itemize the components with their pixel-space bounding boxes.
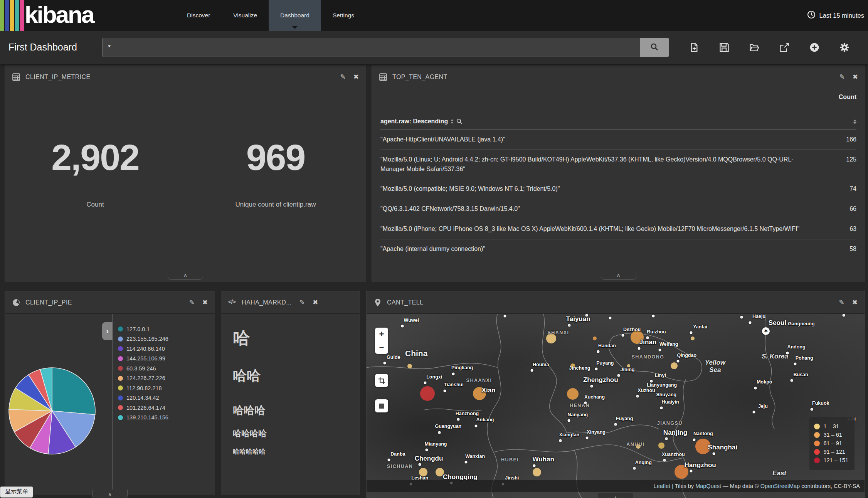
legend-item[interactable]: 112.90.82.218 <box>118 385 215 391</box>
edit-panel-icon[interactable]: ✎ <box>340 73 346 81</box>
map-city-marker <box>465 461 468 464</box>
pie-legend-items: 127.0.0.1223.155.165.246114.240.86.14014… <box>113 314 215 421</box>
collapse-spy-button[interactable]: ∧ <box>601 270 636 280</box>
nav-tab-settings[interactable]: Settings <box>321 0 366 31</box>
map-data-circle <box>567 388 579 400</box>
map-data-circle <box>419 468 427 476</box>
search-button[interactable] <box>640 38 669 57</box>
time-picker-label: Last 15 minutes <box>819 12 864 19</box>
table-row[interactable]: "QQ/6.3.1.402 CFNetwork/758.3.15 Darwin/… <box>380 199 856 219</box>
map-city-marker <box>614 423 617 426</box>
save-dashboard-icon[interactable] <box>719 42 729 52</box>
attribution-link[interactable]: Leaflet <box>654 483 671 489</box>
square-filter-icon[interactable] <box>375 399 388 412</box>
sort-icon[interactable] <box>451 119 454 124</box>
logo-stripe <box>15 0 19 31</box>
map-data-circle <box>420 386 435 401</box>
legend-item[interactable]: 114.240.86.140 <box>118 346 215 352</box>
legend-item[interactable]: 120.14.34.42 <box>118 395 215 401</box>
legend-item[interactable]: 101.226.64.174 <box>118 405 215 411</box>
attribution-link[interactable]: OpenStreetMap <box>760 483 800 489</box>
edit-panel-icon[interactable]: ✎ <box>189 298 195 306</box>
count-value-cell: 125 <box>829 155 856 174</box>
close-panel-icon[interactable]: ✖ <box>202 298 208 306</box>
magnify-column-icon[interactable] <box>456 118 463 124</box>
edit-panel-icon[interactable]: ✎ <box>839 298 844 306</box>
legend-item[interactable]: 127.0.0.1 <box>118 326 215 332</box>
close-panel-icon[interactable]: ✖ <box>853 73 858 81</box>
legend-item[interactable]: 124.226.27.226 <box>118 375 215 381</box>
column-header-count-label: Count <box>839 94 856 101</box>
kibana-brand: kibana <box>25 0 93 31</box>
pie-slice[interactable] <box>52 368 95 415</box>
time-picker-button[interactable]: Last 15 minutes <box>807 0 864 31</box>
map-city-marker <box>533 464 536 467</box>
panel-header[interactable]: CLIENT_IP_PIE ✎ ✖ <box>5 291 215 314</box>
map-label: ANHUI <box>626 442 644 447</box>
map-label: S. Korea <box>758 353 791 360</box>
column-header-count[interactable]: Count <box>839 88 856 125</box>
map-label: Fukuok <box>812 400 829 406</box>
clock-icon <box>807 10 816 21</box>
agent-value-cell: "Apache-HttpClient/UNAVAILABLE (java 1.4… <box>380 135 829 145</box>
capital-star-marker: ✶ <box>762 327 770 335</box>
map-city-marker <box>665 437 668 440</box>
panel-header[interactable]: CANT_TELL ✎ ✖ <box>367 291 865 314</box>
crop-icon[interactable] <box>375 374 388 387</box>
map-city-marker <box>595 368 597 370</box>
zoom-out-button[interactable]: − <box>375 341 388 354</box>
show-menu-button[interactable]: 显示菜单 <box>0 486 33 498</box>
map-legend-range: 1 – 31 <box>823 423 839 429</box>
close-panel-icon[interactable]: ✖ <box>313 298 318 306</box>
table-row[interactable]: "Apache (internal dummy connection)"58 <box>380 239 856 259</box>
legend-label: 144.255.106.99 <box>126 355 165 362</box>
map-label: Xiangfan <box>559 432 579 437</box>
map-legend-dot <box>814 441 820 446</box>
panel-header[interactable]: TOP_TEN_AGENT ✎ ✖ <box>372 66 865 88</box>
legend-label: 139.210.145.156 <box>126 414 168 421</box>
panel-header[interactable]: CLIENT_IP_METRICE ✎ ✖ <box>5 66 366 88</box>
sort-icon[interactable] <box>853 119 856 124</box>
legend-item[interactable]: 60.3.59.246 <box>118 365 215 372</box>
options-gear-icon[interactable] <box>839 42 849 52</box>
edit-panel-icon[interactable]: ✎ <box>299 298 305 306</box>
edit-panel-icon[interactable]: ✎ <box>839 73 845 81</box>
close-panel-icon[interactable]: ✖ <box>852 298 858 306</box>
collapse-spy-button[interactable]: ∧ <box>92 490 128 498</box>
pie-chart-icon <box>12 298 20 307</box>
table-row[interactable]: "Mozilla/5.0 (compatible; MSIE 9.0; Wind… <box>380 179 856 199</box>
nav-tab-visualize[interactable]: Visualize <box>222 0 269 31</box>
attribution-link[interactable]: MapQuest <box>695 483 721 489</box>
close-panel-icon[interactable]: ✖ <box>353 73 359 81</box>
table-row[interactable]: "Mozilla/5.0 (Linux; U; Android 4.4.2; z… <box>380 150 856 179</box>
open-dashboard-icon[interactable] <box>749 42 759 52</box>
add-visualization-icon[interactable] <box>809 42 819 52</box>
map-legend-range: 61 – 91 <box>823 440 842 446</box>
tile-map[interactable]: ✶ ChinaYellow SeaEastS. KoreaSHANXISHAND… <box>367 314 865 498</box>
map-legend-item: 91 – 121 <box>814 449 848 455</box>
new-dashboard-icon[interactable] <box>689 42 699 52</box>
map-label: Houma <box>533 362 549 367</box>
column-header-agent[interactable]: agent.raw: Descending <box>380 118 463 125</box>
map-city-marker <box>754 387 757 389</box>
zoom-in-button[interactable]: + <box>375 328 388 341</box>
attribution-text: contributors, CC-BY-SA <box>800 483 860 489</box>
legend-item[interactable]: 223.155.165.246 <box>118 336 215 342</box>
collapse-spy-button[interactable]: ∧ <box>168 270 203 280</box>
search-input[interactable] <box>102 38 640 57</box>
legend-item[interactable]: 144.255.106.99 <box>118 355 215 362</box>
legend-collapse-button[interactable]: › <box>102 322 113 340</box>
legend-item[interactable]: 139.210.145.156 <box>118 414 215 421</box>
share-dashboard-icon[interactable] <box>779 42 789 52</box>
map-label: Danba <box>390 451 405 457</box>
collapse-spy-button[interactable]: ∧ <box>598 493 633 498</box>
nav-tab-dashboard[interactable]: Dashboard <box>269 0 321 31</box>
nav-tab-discover[interactable]: Discover <box>175 0 222 31</box>
table-row[interactable]: "Apache-HttpClient/UNAVAILABLE (java 1.4… <box>380 130 856 150</box>
table-row[interactable]: "Mozilla/5.0 (iPhone; CPU iPhone OS 8_3 … <box>380 219 856 239</box>
panel-header[interactable]: </> HAHA_MARKD... ✎ ✖ <box>221 291 360 314</box>
map-legend-item: 121 – 151 <box>814 457 848 463</box>
search-icon <box>650 42 659 53</box>
metric: 969Unique count of clientip.raw <box>185 136 366 209</box>
map-city-marker <box>638 347 640 350</box>
